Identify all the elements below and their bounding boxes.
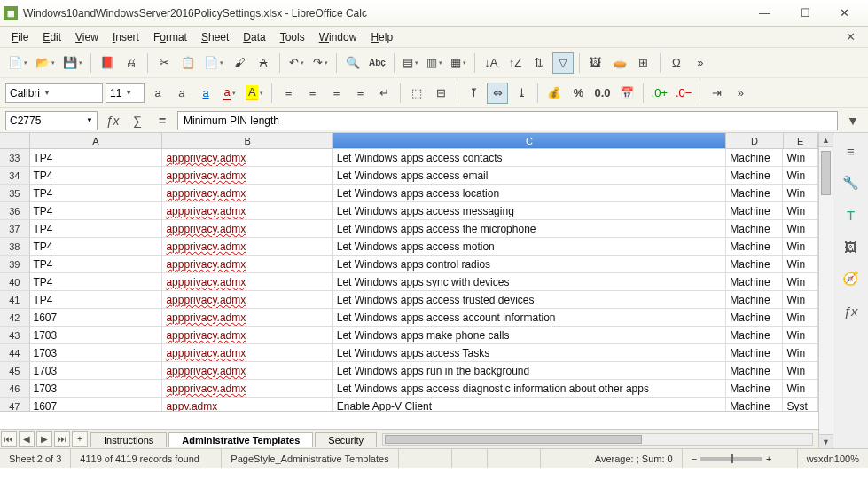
find-replace-button[interactable]: 🔍 (342, 52, 364, 74)
unmerge-cells-button[interactable]: ⊟ (430, 83, 451, 104)
zoom-percent[interactable]: wsxdn100% (798, 449, 868, 468)
cell[interactable]: Enable App-V Client (333, 398, 727, 411)
scroll-down-icon[interactable]: ▼ (819, 434, 833, 448)
undo-button[interactable]: ↶ (285, 52, 307, 74)
cell[interactable]: Machine (726, 167, 783, 184)
font-name-combo[interactable]: Calibri▼ (5, 83, 103, 103)
cell[interactable]: Let Windows apps access diagnostic infor… (333, 380, 727, 397)
status-summary[interactable]: Average: ; Sum: 0 (541, 449, 682, 468)
cell[interactable]: 1607 (30, 398, 163, 411)
cell[interactable]: Win (783, 327, 818, 343)
cell[interactable]: Win (783, 309, 818, 326)
column-header-A[interactable]: A (30, 133, 163, 148)
copy-button[interactable]: 📋 (177, 52, 199, 74)
bold-button[interactable]: a (147, 83, 168, 104)
next-sheet-button[interactable]: ▶ (36, 431, 52, 447)
highlight-color-button[interactable]: A (243, 83, 266, 104)
cell[interactable]: Let Windows apps sync with devices (333, 273, 727, 290)
row-header[interactable]: 34 (0, 167, 30, 184)
maximize-button[interactable]: ☐ (785, 1, 825, 26)
cell[interactable]: Let Windows apps access email (333, 167, 727, 184)
cell[interactable]: appprivacy.admx (162, 327, 332, 343)
sum-button[interactable]: ∑ (128, 111, 147, 130)
styles-icon[interactable]: T (839, 202, 864, 227)
zoom-out-icon[interactable]: − (692, 454, 697, 464)
cell[interactable]: Win (783, 291, 818, 308)
column-button[interactable]: ▥ (424, 52, 445, 74)
cell[interactable]: Let Windows apps access contacts (333, 149, 727, 166)
status-insert-mode[interactable] (452, 449, 488, 468)
close-button[interactable]: ✕ (825, 1, 864, 26)
row-header[interactable]: 35 (0, 185, 30, 201)
menu-data[interactable]: Data (237, 29, 271, 45)
scroll-up-icon[interactable]: ▲ (819, 133, 833, 147)
cell[interactable]: Machine (726, 185, 783, 201)
row-header[interactable]: 41 (0, 291, 30, 308)
cell[interactable]: appprivacy.admx (162, 238, 332, 255)
align-left-button[interactable]: ≡ (278, 83, 299, 104)
function-button[interactable]: = (152, 111, 172, 130)
zoom-in-icon[interactable]: + (766, 454, 771, 464)
menu-format[interactable]: Format (147, 29, 193, 45)
row-header[interactable]: 40 (0, 273, 30, 290)
cell[interactable]: TP4 (30, 256, 163, 272)
status-sheet[interactable]: Sheet 2 of 3 (0, 449, 71, 468)
increase-indent-button[interactable]: ⇥ (706, 83, 727, 104)
cell[interactable]: Win (783, 362, 818, 379)
cell[interactable]: TP4 (30, 202, 163, 219)
cell[interactable]: appv.admx (162, 398, 332, 411)
last-sheet-button[interactable]: ⏭ (54, 431, 70, 447)
tab-administrative-templates[interactable]: Administrative Templates (168, 432, 313, 447)
percent-button[interactable]: % (567, 83, 589, 104)
cell[interactable]: appprivacy.admx (162, 220, 332, 237)
cell[interactable]: TP4 (30, 273, 163, 290)
status-pagestyle[interactable]: PageStyle_Administrative Templates (222, 449, 399, 468)
italic-button[interactable]: a (171, 83, 192, 104)
cell[interactable]: 1703 (30, 327, 163, 343)
cell[interactable]: appprivacy.admx (162, 362, 332, 379)
row-header[interactable]: 37 (0, 220, 30, 237)
font-color-button[interactable]: a (219, 83, 240, 104)
align-middle-button[interactable]: ⇔ (487, 83, 508, 104)
cell[interactable]: Let Windows apps access motion (333, 238, 727, 255)
row-header[interactable]: 38 (0, 238, 30, 255)
more-icon[interactable]: » (690, 52, 711, 74)
row-header[interactable]: 45 (0, 362, 30, 379)
align-center-button[interactable]: ≡ (301, 83, 323, 104)
cell[interactable]: Win (783, 256, 818, 272)
sidebar-menu-icon[interactable]: ≡ (839, 138, 864, 163)
remove-decimal-button[interactable]: .0− (673, 83, 694, 104)
menu-view[interactable]: View (69, 29, 105, 45)
column-header-B[interactable]: B (162, 133, 332, 148)
cell[interactable]: Syst (783, 398, 818, 411)
pivot-table-button[interactable]: ⊞ (633, 52, 654, 74)
row-header[interactable]: 36 (0, 202, 30, 219)
add-sheet-button[interactable]: + (72, 431, 88, 447)
menu-file[interactable]: File (5, 29, 35, 45)
functions-icon[interactable]: ƒx (839, 298, 864, 323)
new-button[interactable]: 📄 (5, 52, 30, 74)
cell[interactable]: Machine (726, 291, 783, 308)
open-button[interactable]: 📂 (33, 52, 58, 74)
first-sheet-button[interactable]: ⏮ (1, 431, 17, 447)
prev-sheet-button[interactable]: ◀ (19, 431, 35, 447)
cell[interactable]: Win (783, 167, 818, 184)
horizontal-scrollbar[interactable] (382, 433, 813, 446)
vertical-scrollbar[interactable]: ▲ ▼ (818, 133, 833, 448)
cell[interactable]: Machine (726, 220, 783, 237)
save-button[interactable]: 💾 (60, 52, 85, 74)
cell[interactable]: Let Windows apps run in the background (333, 362, 727, 379)
autofilter-button[interactable]: ▽ (552, 52, 574, 74)
spellcheck-button[interactable]: Abç (366, 52, 388, 74)
cell[interactable]: appprivacy.admx (162, 273, 332, 290)
zoom-slider[interactable]: − + (683, 449, 798, 468)
scroll-thumb[interactable] (821, 151, 831, 195)
document-close-button[interactable]: ✕ (839, 28, 863, 45)
cell[interactable]: Win (783, 149, 818, 166)
cell[interactable]: Win (783, 202, 818, 219)
cell[interactable]: appprivacy.admx (162, 344, 332, 361)
cell[interactable]: TP4 (30, 167, 163, 184)
row-header[interactable]: 46 (0, 380, 30, 397)
function-wizard-button[interactable]: ƒx (103, 111, 122, 130)
cell[interactable]: Win (783, 344, 818, 361)
